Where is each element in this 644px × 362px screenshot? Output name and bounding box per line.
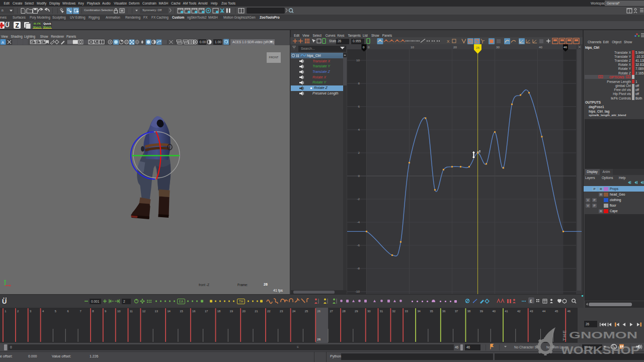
svg-text:27: 27 [330, 310, 333, 313]
svg-text:3: 3 [30, 310, 31, 313]
svg-text:14: 14 [167, 310, 171, 313]
svg-text:38: 38 [467, 310, 470, 313]
svg-text:33: 33 [405, 310, 408, 313]
svg-text:32: 32 [392, 310, 395, 313]
svg-text:17: 17 [205, 310, 208, 313]
svg-text:26: 26 [317, 337, 320, 341]
svg-text:2: 2 [17, 310, 19, 313]
svg-text:21: 21 [255, 310, 258, 313]
svg-text:22: 22 [267, 310, 270, 313]
svg-text:-6: -6 [357, 243, 360, 247]
svg-text:1: 1 [5, 310, 6, 313]
svg-text:44: 44 [542, 310, 546, 313]
svg-text:THE: THE [561, 330, 567, 341]
svg-text:5: 5 [55, 310, 56, 313]
svg-text:12: 12 [142, 310, 145, 313]
svg-text:13: 13 [155, 310, 158, 313]
svg-text:-10: -10 [355, 290, 360, 293]
svg-text:26: 26 [317, 310, 320, 313]
svg-text:6: 6 [358, 105, 360, 108]
svg-text:31: 31 [380, 310, 383, 313]
svg-text:0: 0 [358, 174, 360, 177]
svg-text:10: 10 [117, 310, 120, 313]
svg-text:9: 9 [105, 310, 106, 313]
svg-text:34: 34 [417, 310, 421, 313]
svg-text:16: 16 [192, 310, 195, 313]
svg-text:36: 36 [442, 310, 445, 313]
svg-text:0: 0 [368, 45, 370, 49]
svg-text:10: 10 [411, 45, 414, 49]
svg-text:8: 8 [358, 81, 360, 85]
svg-text:20: 20 [453, 45, 457, 49]
svg-text:-4: -4 [357, 220, 360, 224]
svg-text:7: 7 [79, 310, 81, 313]
svg-text:25: 25 [305, 310, 308, 313]
svg-text:35: 35 [430, 310, 433, 313]
svg-text:2: 2 [358, 151, 360, 154]
svg-text:-2: -2 [357, 197, 360, 201]
svg-text:6: 6 [67, 310, 69, 313]
svg-text:43: 43 [530, 310, 533, 313]
svg-text:40: 40 [539, 45, 542, 49]
svg-text:-8: -8 [357, 266, 360, 270]
svg-text:29: 29 [355, 310, 358, 313]
svg-text:8: 8 [92, 310, 94, 313]
svg-text:10: 10 [356, 58, 360, 62]
svg-text:WORKSHOP: WORKSHOP [561, 344, 639, 356]
svg-text:11: 11 [130, 310, 133, 313]
svg-text:4: 4 [358, 128, 360, 131]
svg-text:30: 30 [496, 45, 500, 49]
svg-text:45: 45 [555, 310, 558, 313]
svg-text:24: 24 [292, 310, 296, 313]
svg-text:0: 0 [363, 45, 365, 49]
svg-text:41: 41 [505, 310, 508, 313]
svg-text:15: 15 [180, 310, 183, 313]
svg-text:42: 42 [517, 310, 520, 313]
svg-text:20: 20 [243, 310, 246, 313]
svg-text:19: 19 [230, 310, 233, 313]
svg-text:26: 26 [476, 46, 479, 49]
svg-text:18: 18 [217, 310, 220, 313]
svg-text:23: 23 [280, 310, 283, 313]
svg-text:28: 28 [342, 310, 345, 313]
svg-text:37: 37 [455, 310, 458, 313]
svg-text:39: 39 [480, 310, 483, 313]
svg-text:46: 46 [564, 45, 567, 49]
svg-text:40: 40 [493, 310, 496, 313]
svg-text:46: 46 [568, 310, 571, 313]
svg-text:GNOMON: GNOMON [569, 330, 637, 340]
svg-text:30: 30 [367, 310, 370, 313]
